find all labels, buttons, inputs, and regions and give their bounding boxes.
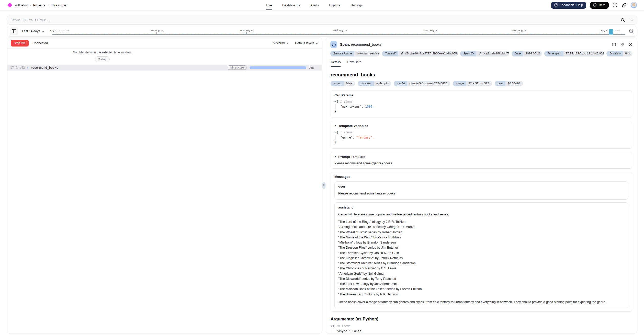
template-variables-json: ▼{1 items "genre": "fantasy", } (334, 130, 628, 145)
meta-span-id[interactable]: Span ID #ca51b6a7f5b9dd7f (460, 51, 509, 56)
template-variables-title[interactable]: ∧ Template Variables (334, 124, 628, 128)
span-heading: recommend_books (331, 72, 632, 78)
arguments-heading: Arguments: (as Python) (331, 317, 632, 321)
time-range-label: Last 14 days (22, 29, 40, 33)
zoom-in-icon[interactable] (629, 28, 634, 34)
visibility-dropdown[interactable]: Visibility (273, 41, 289, 45)
book-item: "A Song of Ice and Fire" series by Georg… (338, 224, 625, 229)
badge-cost: cost $0.00470 (495, 81, 523, 86)
badge-model: model claude-3-5-sonnet-20240620 (394, 81, 450, 86)
meta-trace-id[interactable]: Trace ID #2ccbe10b91e371741b00eee2bdbc00… (382, 51, 458, 56)
timeline-selection[interactable] (609, 29, 613, 34)
main-nav: Live Dashboards Alerts Explore Settings (266, 0, 363, 10)
span-meta-row: Service Name unknown_service Trace ID #2… (326, 50, 637, 60)
log-span-name: recommend_books (30, 66, 58, 70)
template-variables-card: ∧ Template Variables ▼{1 items "genre": … (331, 121, 632, 149)
live-log-list: No older items in the selected time wind… (7, 49, 322, 71)
main-content: Stop live Connected Visibility Default l… (7, 38, 637, 333)
nav-tab-explore[interactable]: Explore (329, 0, 340, 10)
book-item: "The Malazan Book of the Fallen" series … (338, 286, 625, 292)
prompt-template-title[interactable]: ∧ Prompt Template (334, 155, 628, 159)
beta-button[interactable]: i Beta (590, 2, 609, 9)
sql-filter-row (7, 16, 637, 25)
breadcrumb: willbakst › Projects › mirascope (7, 3, 66, 7)
today-badge[interactable]: Today (95, 56, 110, 62)
timeline-tick: Wed, Aug 14 (333, 29, 347, 34)
empty-window-message: No older items in the selected time wind… (7, 51, 197, 54)
topbar: willbakst › Projects › mirascope Live Da… (0, 0, 644, 10)
theme-toggle-icon[interactable] (613, 3, 618, 8)
tab-raw-data[interactable]: Raw Data (347, 60, 361, 67)
prompt-template-card: ∧ Prompt Template Please recommend some … (331, 152, 632, 169)
feedback-help-button[interactable]: ? Feedback / Help (551, 2, 586, 9)
nav-tab-alerts[interactable]: Alerts (310, 0, 319, 10)
span-detail-panel: Span: recommend_books (326, 38, 637, 333)
log-timestamp: 17:14:43 (10, 66, 25, 70)
arguments-python: ▼{10 items 'async': False, 'model': 'cla… (331, 324, 632, 333)
breadcrumb-projects[interactable]: Projects (33, 3, 45, 7)
search-icon[interactable] (621, 18, 625, 22)
nav-tab-live[interactable]: Live (266, 0, 272, 10)
duration-bar (250, 66, 306, 69)
book-item: "The Wheel of Time" series by Robert Jor… (338, 230, 625, 235)
sidebar-toggle-icon[interactable] (10, 27, 18, 35)
more-options-icon[interactable] (629, 18, 634, 22)
copy-link-icon[interactable] (620, 42, 625, 47)
user-avatar[interactable] (630, 2, 637, 8)
book-item: "The Dresden Files" series by Jim Butche… (338, 245, 625, 250)
stop-live-button[interactable]: Stop live (11, 40, 29, 47)
time-range-select[interactable]: Last 14 days (22, 29, 44, 33)
tab-details[interactable]: Details (331, 60, 341, 67)
live-toolbar: Stop live Connected Visibility Default l… (7, 38, 322, 49)
span-badges: async false provider anthropic model cla… (331, 81, 632, 86)
nav-tab-settings[interactable]: Settings (351, 0, 363, 10)
book-item: "The Lord of the Rings" trilogy by J.R.R… (338, 219, 625, 224)
call-params-title: Call Params (334, 93, 628, 97)
share-link-icon[interactable] (622, 3, 627, 8)
book-item: "The Kingkiller Chronicle" by Patrick Ro… (338, 256, 625, 261)
log-scope-tag: mirascope (228, 65, 246, 70)
book-item: "The Name of the Wind" by Patrick Rothfu… (338, 235, 625, 240)
badge-async: async false (331, 81, 355, 86)
breadcrumb-project[interactable]: mirascope (51, 3, 66, 7)
timeline-tick: Mon, Aug 19 (512, 29, 526, 34)
beta-label: Beta (599, 3, 605, 7)
meta-service-name: Service Name unknown_service (330, 51, 380, 56)
span-title: Span: recommend_books (340, 41, 381, 47)
user-message-card: user Please recommend some fantasy books (334, 181, 628, 200)
span-tabs: Details Raw Data (326, 60, 637, 67)
collapse-chevron-icon[interactable]: ▼ (334, 131, 336, 134)
feedback-help-label: Feedback / Help (560, 3, 583, 7)
timeline-track[interactable]: Aug 07, 17:16:35 Sat, Aug 10 Mon, Aug 12… (52, 26, 625, 36)
prompt-template-text: Please recommend some {genre} books (334, 161, 628, 165)
layout-rows-icon[interactable] (612, 42, 616, 47)
link-icon (478, 52, 481, 55)
default-levels-dropdown[interactable]: Default levels (295, 41, 318, 45)
message-role: user (338, 184, 625, 188)
span-title-value: recommend_books (351, 42, 381, 47)
span-header: Span: recommend_books (326, 38, 637, 50)
panel-resize-divider[interactable]: ⠿ (322, 38, 326, 333)
chevron-down-icon (315, 42, 318, 45)
collapse-chevron-icon[interactable]: ▼ (331, 324, 332, 328)
divider (48, 28, 48, 34)
nav-tab-dashboards[interactable]: Dashboards (282, 0, 300, 10)
brand-logo-icon[interactable] (7, 3, 12, 8)
close-icon[interactable] (629, 42, 632, 47)
resize-grip-icon[interactable]: ⠿ (322, 182, 326, 189)
timeline-tick: Sat, Aug 10 (150, 29, 163, 34)
timeline-tick: Aug 07, 17:16:35 (50, 29, 69, 34)
log-row-recommend-books[interactable]: 17:14:43 ◆ recommend_books mirascope 9ms (7, 65, 322, 71)
span-diamond-icon: ◆ (27, 66, 28, 69)
sql-filter-input[interactable] (10, 18, 621, 22)
call-params-card: Call Params ▼{1 items "max_tokens": 1000… (331, 90, 632, 118)
chevron-down-icon (42, 30, 44, 33)
messages-title: Messages (334, 175, 628, 179)
question-circle-icon: ? (554, 3, 558, 7)
collapse-chevron-icon[interactable]: ▼ (334, 100, 336, 104)
sql-filter-box (7, 16, 637, 25)
book-item: "The First Law" trilogy by Joe Abercromb… (338, 281, 625, 286)
breadcrumb-org[interactable]: willbakst (15, 3, 28, 7)
topbar-actions: ? Feedback / Help i Beta (551, 2, 637, 9)
meta-time-span: Time span 17:14:43.901 to 17:14:43.909 (544, 51, 604, 56)
